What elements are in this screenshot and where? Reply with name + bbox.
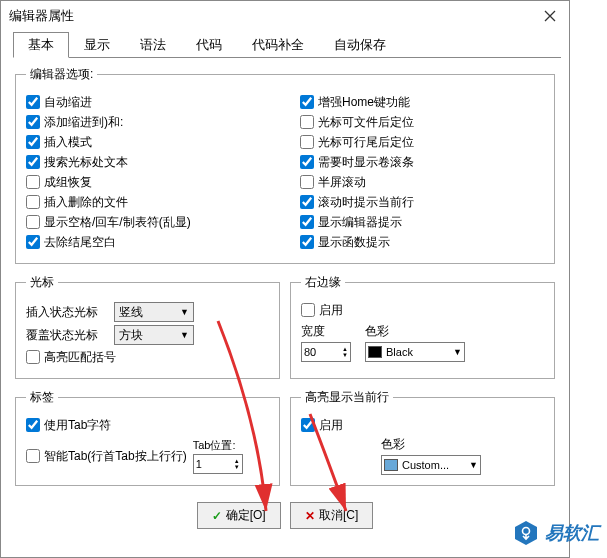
- overwrite-cursor-dropdown[interactable]: 方块 ▼: [114, 325, 194, 345]
- opt-right-label-7: 显示函数提示: [318, 233, 390, 251]
- right-edge-legend: 右边缘: [301, 274, 345, 291]
- tab-pos-spinner[interactable]: 1 ▲▼: [193, 454, 243, 474]
- tab-codecomplete[interactable]: 代码补全: [237, 32, 319, 58]
- insert-cursor-dropdown[interactable]: 竖线 ▼: [114, 302, 194, 322]
- watermark: 易软汇: [513, 520, 599, 546]
- ok-button[interactable]: ✓ 确定[O]: [197, 502, 281, 529]
- highlight-row-legend: 高亮显示当前行: [301, 389, 393, 406]
- chevron-down-icon: ▼: [180, 307, 189, 317]
- watermark-text: 易软汇: [545, 521, 599, 545]
- tab-bar: 基本 显示 语法 代码 代码补全 自动保存: [13, 31, 561, 58]
- opt-left-label-0: 自动缩进: [44, 93, 92, 111]
- opt-right-label-4: 半屏滚动: [318, 173, 366, 191]
- hlrow-color-label: 色彩: [381, 436, 544, 453]
- opt-left-checkbox-7[interactable]: [26, 235, 40, 249]
- opt-left-label-3: 搜索光标处文本: [44, 153, 128, 171]
- opt-left-checkbox-6[interactable]: [26, 215, 40, 229]
- chevron-down-icon: ▼: [453, 347, 462, 357]
- opt-left-label-2: 插入模式: [44, 133, 92, 151]
- options-left-col: 自动缩进添加缩进到)和:插入模式搜索光标处文本成组恢复插入删除的文件显示空格/回…: [26, 91, 270, 253]
- chevron-down-icon: ▼: [469, 460, 478, 470]
- opt-right-label-3: 需要时显示卷滚条: [318, 153, 414, 171]
- color-swatch-custom-icon: [384, 459, 398, 471]
- highlight-bracket-label: 高亮匹配括号: [44, 348, 116, 366]
- use-tab-char-checkbox[interactable]: [26, 418, 40, 432]
- opt-left-checkbox-1[interactable]: [26, 115, 40, 129]
- opt-right-label-5: 滚动时提示当前行: [318, 193, 414, 211]
- cancel-button[interactable]: ✕ 取消[C]: [290, 502, 373, 529]
- tab-group: 标签 使用Tab字符 智能Tab(行首Tab按上行行) Tab位置: 1 ▲▼: [15, 389, 280, 486]
- check-icon: ✓: [212, 509, 222, 523]
- opt-right-label-1: 光标可文件后定位: [318, 113, 414, 131]
- redge-color-label: 色彩: [365, 323, 465, 340]
- insert-cursor-label: 插入状态光标: [26, 304, 106, 321]
- svg-marker-0: [515, 521, 537, 545]
- opt-left-checkbox-5[interactable]: [26, 195, 40, 209]
- opt-right-checkbox-5[interactable]: [300, 195, 314, 209]
- opt-right-label-0: 增强Home键功能: [318, 93, 410, 111]
- hlrow-enable-checkbox[interactable]: [301, 418, 315, 432]
- chevron-down-icon: ▼: [180, 330, 189, 340]
- redge-color-dropdown[interactable]: Black ▼: [365, 342, 465, 362]
- close-icon: [544, 10, 556, 22]
- opt-right-checkbox-4[interactable]: [300, 175, 314, 189]
- tab-syntax[interactable]: 语法: [125, 32, 181, 58]
- smart-tab-label: 智能Tab(行首Tab按上行行): [44, 447, 187, 465]
- editor-options-legend: 编辑器选项:: [26, 66, 97, 83]
- color-swatch-black-icon: [368, 346, 382, 358]
- redge-width-label: 宽度: [301, 323, 351, 340]
- opt-left-label-7: 去除结尾空白: [44, 233, 116, 251]
- hlrow-color-dropdown[interactable]: Custom... ▼: [381, 455, 481, 475]
- tab-legend: 标签: [26, 389, 58, 406]
- opt-left-checkbox-0[interactable]: [26, 95, 40, 109]
- watermark-icon: [513, 520, 539, 546]
- spinner-arrows-icon: ▲▼: [342, 346, 348, 358]
- opt-right-checkbox-3[interactable]: [300, 155, 314, 169]
- close-button[interactable]: [539, 5, 561, 27]
- options-right-col: 增强Home键功能光标可文件后定位光标可行尾后定位需要时显示卷滚条半屏滚动滚动时…: [300, 91, 544, 253]
- highlight-bracket-checkbox[interactable]: [26, 350, 40, 364]
- tab-display[interactable]: 显示: [69, 32, 125, 58]
- opt-right-checkbox-7[interactable]: [300, 235, 314, 249]
- use-tab-char-label: 使用Tab字符: [44, 416, 111, 434]
- highlight-row-group: 高亮显示当前行 启用 色彩 Custom... ▼: [290, 389, 555, 486]
- opt-left-checkbox-2[interactable]: [26, 135, 40, 149]
- x-icon: ✕: [305, 509, 315, 523]
- tab-basic[interactable]: 基本: [13, 32, 69, 58]
- dialog-title: 编辑器属性: [9, 7, 74, 25]
- opt-left-label-4: 成组恢复: [44, 173, 92, 191]
- opt-left-label-1: 添加缩进到)和:: [44, 113, 123, 131]
- tab-autosave[interactable]: 自动保存: [319, 32, 401, 58]
- opt-left-checkbox-4[interactable]: [26, 175, 40, 189]
- titlebar: 编辑器属性: [1, 1, 569, 31]
- tab-code[interactable]: 代码: [181, 32, 237, 58]
- opt-left-label-5: 插入删除的文件: [44, 193, 128, 211]
- tab-pos-label: Tab位置:: [193, 438, 243, 453]
- opt-right-checkbox-1[interactable]: [300, 115, 314, 129]
- editor-properties-dialog: 编辑器属性 基本 显示 语法 代码 代码补全 自动保存 编辑器选项: 自动缩进添…: [0, 0, 570, 558]
- cursor-legend: 光标: [26, 274, 58, 291]
- spinner-arrows-icon: ▲▼: [234, 458, 240, 470]
- opt-right-label-2: 光标可行尾后定位: [318, 133, 414, 151]
- right-edge-group: 右边缘 启用 宽度 80 ▲▼ 色彩: [290, 274, 555, 379]
- hlrow-enable-label: 启用: [319, 416, 343, 434]
- opt-right-checkbox-6[interactable]: [300, 215, 314, 229]
- opt-left-label-6: 显示空格/回车/制表符(乱显): [44, 213, 191, 231]
- editor-options-group: 编辑器选项: 自动缩进添加缩进到)和:插入模式搜索光标处文本成组恢复插入删除的文…: [15, 66, 555, 264]
- overwrite-cursor-label: 覆盖状态光标: [26, 327, 106, 344]
- cursor-group: 光标 插入状态光标 竖线 ▼ 覆盖状态光标 方块 ▼: [15, 274, 280, 379]
- opt-left-checkbox-3[interactable]: [26, 155, 40, 169]
- opt-right-label-6: 显示编辑器提示: [318, 213, 402, 231]
- opt-right-checkbox-2[interactable]: [300, 135, 314, 149]
- opt-right-checkbox-0[interactable]: [300, 95, 314, 109]
- redge-enable-checkbox[interactable]: [301, 303, 315, 317]
- redge-width-spinner[interactable]: 80 ▲▼: [301, 342, 351, 362]
- smart-tab-checkbox[interactable]: [26, 449, 40, 463]
- redge-enable-label: 启用: [319, 301, 343, 319]
